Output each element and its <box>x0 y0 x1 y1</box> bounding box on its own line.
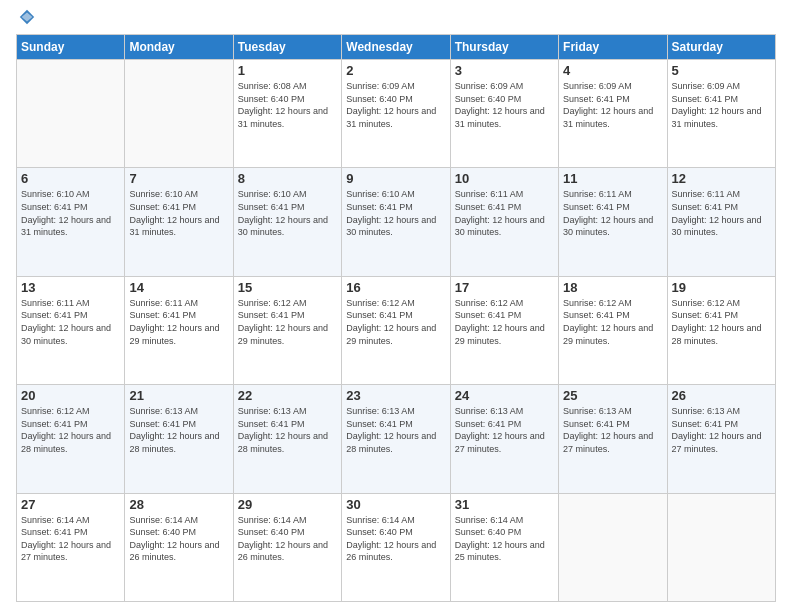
day-number: 18 <box>563 280 662 295</box>
day-info: Sunrise: 6:13 AM Sunset: 6:41 PM Dayligh… <box>346 405 445 455</box>
day-number: 27 <box>21 497 120 512</box>
weekday-header-wednesday: Wednesday <box>342 35 450 60</box>
day-number: 1 <box>238 63 337 78</box>
day-number: 16 <box>346 280 445 295</box>
day-info: Sunrise: 6:12 AM Sunset: 6:41 PM Dayligh… <box>563 297 662 347</box>
day-number: 13 <box>21 280 120 295</box>
day-info: Sunrise: 6:09 AM Sunset: 6:41 PM Dayligh… <box>563 80 662 130</box>
calendar-cell: 28Sunrise: 6:14 AM Sunset: 6:40 PM Dayli… <box>125 493 233 601</box>
calendar-cell: 19Sunrise: 6:12 AM Sunset: 6:41 PM Dayli… <box>667 276 775 384</box>
calendar-table: SundayMondayTuesdayWednesdayThursdayFrid… <box>16 34 776 602</box>
logo <box>16 10 36 26</box>
day-number: 9 <box>346 171 445 186</box>
day-info: Sunrise: 6:12 AM Sunset: 6:41 PM Dayligh… <box>21 405 120 455</box>
calendar-cell: 1Sunrise: 6:08 AM Sunset: 6:40 PM Daylig… <box>233 60 341 168</box>
day-info: Sunrise: 6:08 AM Sunset: 6:40 PM Dayligh… <box>238 80 337 130</box>
day-number: 14 <box>129 280 228 295</box>
day-number: 20 <box>21 388 120 403</box>
day-number: 25 <box>563 388 662 403</box>
calendar-cell: 9Sunrise: 6:10 AM Sunset: 6:41 PM Daylig… <box>342 168 450 276</box>
day-number: 21 <box>129 388 228 403</box>
calendar-cell: 10Sunrise: 6:11 AM Sunset: 6:41 PM Dayli… <box>450 168 558 276</box>
calendar-week-5: 27Sunrise: 6:14 AM Sunset: 6:41 PM Dayli… <box>17 493 776 601</box>
day-number: 31 <box>455 497 554 512</box>
calendar-cell: 21Sunrise: 6:13 AM Sunset: 6:41 PM Dayli… <box>125 385 233 493</box>
calendar-cell: 18Sunrise: 6:12 AM Sunset: 6:41 PM Dayli… <box>559 276 667 384</box>
calendar-week-3: 13Sunrise: 6:11 AM Sunset: 6:41 PM Dayli… <box>17 276 776 384</box>
day-info: Sunrise: 6:09 AM Sunset: 6:40 PM Dayligh… <box>346 80 445 130</box>
day-number: 10 <box>455 171 554 186</box>
calendar-cell: 15Sunrise: 6:12 AM Sunset: 6:41 PM Dayli… <box>233 276 341 384</box>
day-number: 28 <box>129 497 228 512</box>
day-info: Sunrise: 6:14 AM Sunset: 6:40 PM Dayligh… <box>129 514 228 564</box>
day-number: 29 <box>238 497 337 512</box>
day-info: Sunrise: 6:14 AM Sunset: 6:40 PM Dayligh… <box>238 514 337 564</box>
day-info: Sunrise: 6:14 AM Sunset: 6:40 PM Dayligh… <box>346 514 445 564</box>
day-info: Sunrise: 6:10 AM Sunset: 6:41 PM Dayligh… <box>238 188 337 238</box>
day-info: Sunrise: 6:13 AM Sunset: 6:41 PM Dayligh… <box>672 405 771 455</box>
weekday-header-sunday: Sunday <box>17 35 125 60</box>
calendar-week-4: 20Sunrise: 6:12 AM Sunset: 6:41 PM Dayli… <box>17 385 776 493</box>
day-info: Sunrise: 6:09 AM Sunset: 6:41 PM Dayligh… <box>672 80 771 130</box>
day-number: 8 <box>238 171 337 186</box>
calendar-cell: 31Sunrise: 6:14 AM Sunset: 6:40 PM Dayli… <box>450 493 558 601</box>
logo-icon <box>18 8 36 26</box>
weekday-header-saturday: Saturday <box>667 35 775 60</box>
calendar-cell: 7Sunrise: 6:10 AM Sunset: 6:41 PM Daylig… <box>125 168 233 276</box>
day-number: 24 <box>455 388 554 403</box>
day-info: Sunrise: 6:14 AM Sunset: 6:41 PM Dayligh… <box>21 514 120 564</box>
calendar-cell <box>17 60 125 168</box>
weekday-header-friday: Friday <box>559 35 667 60</box>
day-info: Sunrise: 6:11 AM Sunset: 6:41 PM Dayligh… <box>21 297 120 347</box>
weekday-header-thursday: Thursday <box>450 35 558 60</box>
calendar-cell: 29Sunrise: 6:14 AM Sunset: 6:40 PM Dayli… <box>233 493 341 601</box>
page-header <box>16 10 776 26</box>
calendar-cell: 24Sunrise: 6:13 AM Sunset: 6:41 PM Dayli… <box>450 385 558 493</box>
day-number: 11 <box>563 171 662 186</box>
calendar-cell <box>559 493 667 601</box>
day-number: 7 <box>129 171 228 186</box>
weekday-header-tuesday: Tuesday <box>233 35 341 60</box>
day-number: 4 <box>563 63 662 78</box>
calendar-cell: 20Sunrise: 6:12 AM Sunset: 6:41 PM Dayli… <box>17 385 125 493</box>
calendar-cell: 30Sunrise: 6:14 AM Sunset: 6:40 PM Dayli… <box>342 493 450 601</box>
day-info: Sunrise: 6:09 AM Sunset: 6:40 PM Dayligh… <box>455 80 554 130</box>
calendar-cell: 23Sunrise: 6:13 AM Sunset: 6:41 PM Dayli… <box>342 385 450 493</box>
calendar-cell: 25Sunrise: 6:13 AM Sunset: 6:41 PM Dayli… <box>559 385 667 493</box>
day-info: Sunrise: 6:12 AM Sunset: 6:41 PM Dayligh… <box>238 297 337 347</box>
day-info: Sunrise: 6:14 AM Sunset: 6:40 PM Dayligh… <box>455 514 554 564</box>
calendar-cell: 5Sunrise: 6:09 AM Sunset: 6:41 PM Daylig… <box>667 60 775 168</box>
day-info: Sunrise: 6:13 AM Sunset: 6:41 PM Dayligh… <box>455 405 554 455</box>
day-number: 12 <box>672 171 771 186</box>
calendar-cell: 27Sunrise: 6:14 AM Sunset: 6:41 PM Dayli… <box>17 493 125 601</box>
day-info: Sunrise: 6:11 AM Sunset: 6:41 PM Dayligh… <box>129 297 228 347</box>
calendar-cell: 14Sunrise: 6:11 AM Sunset: 6:41 PM Dayli… <box>125 276 233 384</box>
day-number: 5 <box>672 63 771 78</box>
calendar-cell <box>125 60 233 168</box>
calendar-cell: 13Sunrise: 6:11 AM Sunset: 6:41 PM Dayli… <box>17 276 125 384</box>
calendar-cell: 17Sunrise: 6:12 AM Sunset: 6:41 PM Dayli… <box>450 276 558 384</box>
day-info: Sunrise: 6:11 AM Sunset: 6:41 PM Dayligh… <box>455 188 554 238</box>
calendar-cell: 12Sunrise: 6:11 AM Sunset: 6:41 PM Dayli… <box>667 168 775 276</box>
calendar-week-2: 6Sunrise: 6:10 AM Sunset: 6:41 PM Daylig… <box>17 168 776 276</box>
day-info: Sunrise: 6:11 AM Sunset: 6:41 PM Dayligh… <box>672 188 771 238</box>
calendar-cell: 4Sunrise: 6:09 AM Sunset: 6:41 PM Daylig… <box>559 60 667 168</box>
day-info: Sunrise: 6:10 AM Sunset: 6:41 PM Dayligh… <box>21 188 120 238</box>
calendar-cell: 16Sunrise: 6:12 AM Sunset: 6:41 PM Dayli… <box>342 276 450 384</box>
calendar-cell <box>667 493 775 601</box>
day-info: Sunrise: 6:10 AM Sunset: 6:41 PM Dayligh… <box>129 188 228 238</box>
day-number: 3 <box>455 63 554 78</box>
day-number: 30 <box>346 497 445 512</box>
calendar-cell: 26Sunrise: 6:13 AM Sunset: 6:41 PM Dayli… <box>667 385 775 493</box>
calendar-cell: 2Sunrise: 6:09 AM Sunset: 6:40 PM Daylig… <box>342 60 450 168</box>
calendar-week-1: 1Sunrise: 6:08 AM Sunset: 6:40 PM Daylig… <box>17 60 776 168</box>
day-info: Sunrise: 6:12 AM Sunset: 6:41 PM Dayligh… <box>346 297 445 347</box>
day-info: Sunrise: 6:12 AM Sunset: 6:41 PM Dayligh… <box>455 297 554 347</box>
calendar-cell: 6Sunrise: 6:10 AM Sunset: 6:41 PM Daylig… <box>17 168 125 276</box>
weekday-header-row: SundayMondayTuesdayWednesdayThursdayFrid… <box>17 35 776 60</box>
day-number: 17 <box>455 280 554 295</box>
day-number: 15 <box>238 280 337 295</box>
day-info: Sunrise: 6:10 AM Sunset: 6:41 PM Dayligh… <box>346 188 445 238</box>
day-info: Sunrise: 6:11 AM Sunset: 6:41 PM Dayligh… <box>563 188 662 238</box>
calendar-cell: 8Sunrise: 6:10 AM Sunset: 6:41 PM Daylig… <box>233 168 341 276</box>
